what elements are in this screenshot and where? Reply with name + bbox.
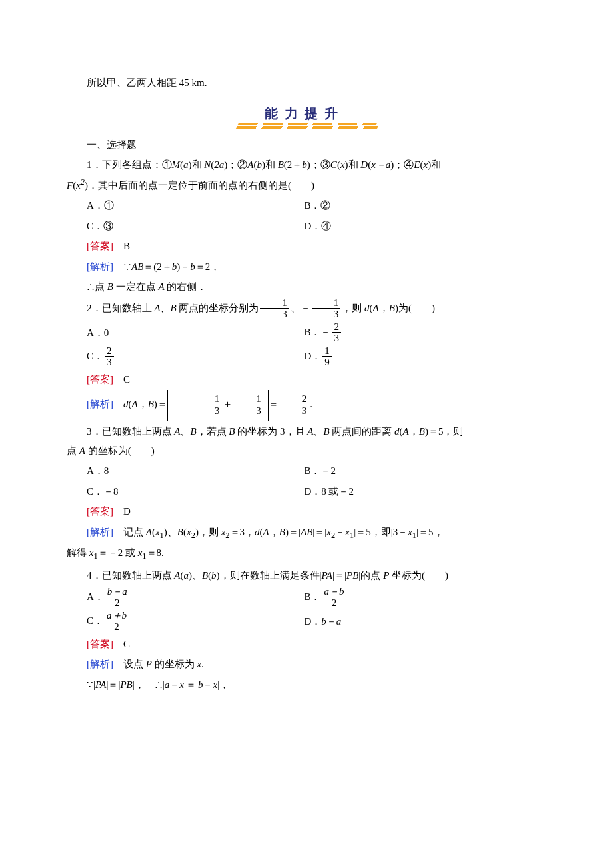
sym: x xyxy=(345,527,350,537)
t: ＝| xyxy=(289,527,301,537)
sym: C xyxy=(330,159,337,170)
t: 1．下列各组点：① xyxy=(87,159,172,170)
t: A． xyxy=(87,591,104,602)
sym: P xyxy=(146,659,152,669)
sym: b xyxy=(211,570,217,581)
sym: PB xyxy=(346,570,358,581)
t: 一定在点 xyxy=(113,281,159,292)
q2-a: A．0 xyxy=(87,323,304,343)
q1-options-1: A．① B．② xyxy=(67,196,540,215)
t: 、 xyxy=(313,426,323,437)
sym: x xyxy=(187,527,191,537)
sym: F xyxy=(67,180,73,191)
q2-answer: [答案] C xyxy=(67,370,540,389)
q1-c: C．③ xyxy=(87,217,304,236)
t: )．其中后面的点一定位于前面的点的右侧的是( ) xyxy=(85,180,314,191)
t: － xyxy=(335,527,345,537)
t: ∴点 xyxy=(87,281,107,292)
sym: B xyxy=(190,426,196,437)
t: 、 xyxy=(192,570,202,581)
sym: a xyxy=(183,159,189,170)
sym: B xyxy=(229,426,235,437)
t: |＝5， xyxy=(416,527,444,537)
frac-1-9: 19 xyxy=(322,345,332,368)
t: ＝5，则 xyxy=(428,426,464,437)
t: D． xyxy=(304,351,321,361)
sym: x xyxy=(155,527,160,537)
t: . xyxy=(201,659,204,669)
q3-stem: 3．已知数轴上两点 A、B，若点 B 的坐标为 3，且 A、B 两点间的距离 d… xyxy=(67,422,540,441)
t: ，则 xyxy=(199,527,221,537)
t: ( xyxy=(284,159,287,170)
q4-answer: [答案] C xyxy=(67,635,540,654)
t: ＝(2＋ xyxy=(143,261,172,272)
t: ，则在数轴上满足条件| xyxy=(220,570,322,581)
q2-c: C．23 xyxy=(87,346,304,369)
sym: D xyxy=(360,159,368,170)
t: 点 xyxy=(67,445,79,456)
sym: B xyxy=(202,570,208,581)
frac-amb-2: a－b2 xyxy=(322,586,346,609)
sym: N xyxy=(204,159,211,170)
q3-c: C．－8 xyxy=(87,482,304,501)
sym: x xyxy=(408,527,412,537)
t: |＝| xyxy=(312,527,326,537)
q2-b: B．－23 xyxy=(304,322,540,345)
q2-d: D．19 xyxy=(304,346,540,369)
ans-l: [答案] xyxy=(87,639,113,649)
sym: d xyxy=(255,527,260,537)
t: 和 xyxy=(348,159,361,170)
sym: PA xyxy=(322,570,332,581)
t: ∵| xyxy=(87,679,95,690)
frac-2-3: 23 xyxy=(332,321,341,344)
q4-a: A．b－a2 xyxy=(87,587,304,609)
t: 两点的坐标分别为 xyxy=(177,303,259,313)
sym: A xyxy=(403,426,409,437)
t: D． xyxy=(304,616,321,627)
sym: B xyxy=(323,426,329,437)
q1-explain-1: [解析] ∵AB＝(2＋b)－b＝2， xyxy=(67,257,540,277)
q3-b: B．－2 xyxy=(304,461,540,481)
intro-line: 所以甲、乙两人相距 45 km. xyxy=(67,73,540,93)
t: 的右侧． xyxy=(165,281,207,292)
sym: a xyxy=(336,616,342,627)
sym: B xyxy=(419,426,425,437)
t: ， xyxy=(138,399,148,409)
sym: B xyxy=(389,303,395,313)
sym: d xyxy=(123,399,129,409)
q3-stem-2: 点 A 的坐标为( ) xyxy=(67,441,540,461)
t: 的坐标为 3，且 xyxy=(235,426,308,437)
t: )；③ xyxy=(307,159,330,170)
t: |＝5，即|3－ xyxy=(354,527,408,537)
t: |＝| xyxy=(106,679,120,690)
t: ；② xyxy=(227,159,247,170)
ans-l: [答案] xyxy=(87,374,113,385)
t: － xyxy=(326,616,336,627)
q2-options-1: A．0 B．－23 xyxy=(67,322,540,345)
sym: A xyxy=(79,445,85,456)
t: 和 xyxy=(192,159,205,170)
sym: x－a xyxy=(371,159,390,170)
sym: B xyxy=(279,527,285,537)
q3-options-2: C．－8 D．8 或－2 xyxy=(67,482,540,501)
t: 、 xyxy=(160,303,170,313)
t: ，若点 xyxy=(197,426,229,437)
sym: AB xyxy=(301,527,312,537)
t: 、 xyxy=(167,527,177,537)
ex-l: [解析] xyxy=(87,261,113,272)
q1-answer: [答案] B xyxy=(67,237,540,256)
ans-v: C xyxy=(113,639,130,649)
sym: B xyxy=(148,399,154,409)
t: ＝ xyxy=(157,399,167,409)
t: 2．已知数轴上 xyxy=(87,303,154,313)
q3-d: D．8 或－2 xyxy=(304,482,540,501)
t: 的坐标为( ) xyxy=(85,445,155,456)
frac-2-3c: 23 xyxy=(280,393,309,416)
sym: d xyxy=(394,426,400,437)
q4-d: D．b－a xyxy=(304,612,540,631)
q3-answer: [答案] D xyxy=(67,502,540,521)
t: ∵ xyxy=(113,261,131,272)
t: |， ∴| xyxy=(133,679,165,690)
q1-a: A．① xyxy=(87,196,304,215)
ability-banner: 能力提升 xyxy=(255,99,351,127)
